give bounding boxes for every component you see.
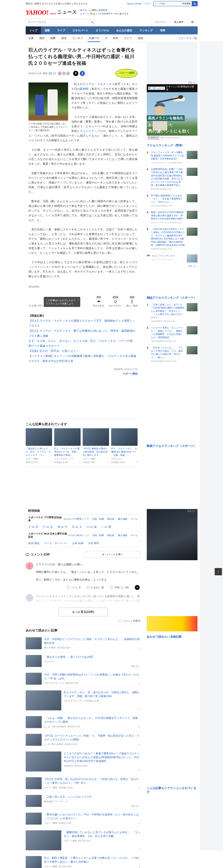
feed-item[interactable]: 「夏はダニが急増…」置くだけでほぼ0匹 ダニコロリ 広告 i × xyxy=(26,652,140,670)
related-article-link[interactable]: 【ハイライト動画】キャベッジの決勝犠飛で阪神に逆転勝ち …マルティネス史上最速２… xyxy=(29,353,137,364)
ranking-item[interactable]: 2 広陵野球部存続に影響？！SNSで告発された暴力事案で甲子園途中出場辞退の広陵… xyxy=(147,166,197,192)
game-link[interactable]: ソ vs. 西 xyxy=(101,525,111,529)
inline-link[interactable]: ライデル・マルティネス xyxy=(83,83,115,86)
ranking-item[interactable]: 4 阪神・近本光司が19日FA権取得 球団は最大限の誠意を示す 争奪戦なら5年2… xyxy=(147,209,197,226)
feed-title[interactable]: 「夏はダニが急増…」置くだけでほぼ0匹 xyxy=(44,655,140,659)
pr-item[interactable]: PR セゾンファンデックス セゾンファンデックス xyxy=(147,252,197,265)
inline-link[interactable]: 阪神戦 xyxy=(80,87,89,90)
close-icon[interactable]: × xyxy=(196,510,197,512)
sports-hochi-badge[interactable]: スポーツ報知 SPORTS HOCHI xyxy=(115,69,137,78)
game-link[interactable]: 神 vs. 中 xyxy=(58,525,68,529)
scoreboard-link[interactable]: 日程・結果 xyxy=(92,534,104,537)
ad-info-icon[interactable]: i xyxy=(135,804,138,808)
comment-reaction-button[interactable]: ☺なるほど36 xyxy=(86,585,104,590)
close-icon[interactable]: × xyxy=(138,866,140,868)
close-icon[interactable]: × xyxy=(138,682,140,685)
topics-list-link[interactable]: トピックス一覧 xyxy=(178,37,198,40)
feed-title[interactable]: 【中日】セーブシチュエーション失敗「０」 守護神・松山晋也が語った巨人・マルティ… xyxy=(44,734,140,741)
feed-item[interactable]: 「正直に言います」ニューモより上です。 株式会社ファーマフーズ 広告 i × xyxy=(26,792,140,810)
ranking-item[interactable]: 2 ドジャース発表に「大ニュースだ」「最高にクール」 極秘だった情報解禁「どれほ… xyxy=(147,324,197,344)
category-tab[interactable]: IT xyxy=(102,34,110,42)
category-tab[interactable]: 国際 xyxy=(47,34,59,42)
feed-item[interactable]: 中日・中田翔がビッグマウスだった理由「そうやって言わんと…」 高校時代の同僚が証… xyxy=(26,634,140,652)
player-link[interactable]: 鈴木 誠也 xyxy=(28,541,39,545)
close-icon[interactable]: × xyxy=(138,787,140,789)
search-icon[interactable] xyxy=(91,21,93,23)
feed-title[interactable]: 「うわぁ！綺麗」「誰か分からなかった」 TV出演の黒髪女子メダリスト、道着とのギ… xyxy=(44,716,140,724)
close-icon[interactable]: × xyxy=(136,461,137,464)
ranking-item[interactable]: 3 「付き合ってたんだ…」 フィギュア界の大物カップル、誕生日に届いた祝福の声「… xyxy=(147,344,197,364)
feed-item[interactable]: どこまでのぼりつめる？！最速で通算200セーブ達成のマルティネスに巨人がつぎ込ん… xyxy=(26,749,140,774)
close-icon[interactable]: × xyxy=(108,461,109,464)
also-read-card[interactable]: 【中日】柳裕也が国内ＦＡ権を取得「目の前の試合に集中します… スポーツ報知 8/… xyxy=(83,428,109,464)
game-link[interactable]: デ vs. 広 xyxy=(43,525,53,529)
close-icon[interactable]: × xyxy=(138,743,140,746)
close-icon[interactable]: × xyxy=(138,769,140,772)
reaction-button[interactable]: 42 新しい視点 xyxy=(127,296,137,307)
category-tab[interactable]: 科学 xyxy=(110,34,121,42)
category-tab[interactable]: ライフ xyxy=(121,34,135,42)
ad-info-icon[interactable]: i xyxy=(193,265,196,268)
feed-title[interactable]: 巨人マルティネス 涙、涙のお立ち台 10秒以上絶句し「感動しています」両親、妻の… xyxy=(64,690,140,698)
scoreboard-link[interactable]: 順位表 xyxy=(107,534,115,537)
feed-item[interactable]: 「うわぁ！綺麗」「誰か分からなかった」 TV出演の黒髪女子メダリスト、道着とのギ… xyxy=(26,713,140,731)
ranking-item[interactable]: 1 「日本に謝罪したい」女子バレー日韓戦“疑惑の勝利”に韓国国内から批判殺到！「… xyxy=(147,301,197,324)
source-link[interactable]: スポーツ報知 xyxy=(29,372,137,375)
hide-comments-toggle[interactable]: コメント非表示 xyxy=(26,619,140,623)
category-tab[interactable]: 地域 xyxy=(135,34,146,42)
related-article-link[interactable]: まず「６人前」さらに「足りない。もう４人前」巨人・マルティネス、パワーの源 両リ… xyxy=(29,338,137,348)
close-icon[interactable]: × xyxy=(138,822,140,825)
also-read-card[interactable]: 巨人・マルティネス、“大魔神”超え最速200セーブ「父親、母親、… 中日スポーツ… xyxy=(111,428,137,464)
category-tab[interactable]: スポーツ xyxy=(86,34,102,42)
article-photo[interactable]: ２３年の球宴で中日の桂川通訳（左）と肩を組んで写真を撮影したマルティネス（桂川通… xyxy=(29,83,68,132)
feed-item[interactable]: 【中日】セーブシチュエーション失敗「０」 守護神・松山晋也が語った巨人・マルティ… xyxy=(26,731,140,749)
scoreboard-link[interactable]: 日程・結果 xyxy=(92,518,104,521)
x-share-icon[interactable]: X xyxy=(135,585,140,590)
commenter-avatar[interactable]: ☺ xyxy=(26,562,33,570)
related-article-link[interactable]: 【写真】巨人の「投手会」が楽しそう！ xyxy=(29,348,137,353)
topbar-promo-link[interactable]: 夏休みに困窮する子どもたちを食などの面から支えませんか xyxy=(26,2,88,5)
feed-item[interactable]: 「優勝目指していかないと見ているお客さんにも失礼」…「サンモニ」落合博満氏、２位… xyxy=(26,828,140,853)
close-icon[interactable]: × xyxy=(196,81,197,84)
nav-tab[interactable]: ライブ xyxy=(54,26,69,34)
feed-title[interactable]: 中日・中田と同郷の張本勲氏ねぎらい「いつか指導者に」40歳まで見たかったから「“… xyxy=(44,673,140,680)
scoreboard-link[interactable]: 個人成績 xyxy=(118,534,127,537)
scoreboard-link[interactable]: MLBトップ xyxy=(77,534,89,537)
more-comments-button[interactable]: もっと見る(22件) xyxy=(59,608,107,616)
nav-tab[interactable]: エキスパート xyxy=(69,26,92,34)
player-link[interactable]: 山本 由伸 xyxy=(72,541,83,545)
feed-item[interactable]: 中日・中田と同郷の張本勲氏ねぎらい「いつか指導者に」40歳まで見たかったから「“… xyxy=(26,670,140,688)
ranking-item[interactable]: 1 スタンフォード大・佐々木麟太郎 新制度で今秋NPBドラフト指名解禁！日米争奪… xyxy=(147,149,197,166)
login-link[interactable]: ログイン xyxy=(80,12,90,15)
scoreboard-link[interactable]: 順位表 xyxy=(107,518,115,521)
feed-title[interactable]: 「正直に言います」ニューモより上です。 xyxy=(44,795,140,799)
search-button[interactable] xyxy=(192,1,197,6)
comment-bubble-icon[interactable] xyxy=(49,72,52,74)
close-icon[interactable]: × xyxy=(138,726,140,728)
nav-tab[interactable]: 速報 xyxy=(41,26,54,34)
close-icon[interactable]: × xyxy=(196,265,197,268)
feed-title[interactable]: 「野球を嫌いになりかけていた」中日・中田翔が引退表明「もう一度大好きになってユニ… xyxy=(44,813,140,820)
nav-tab[interactable]: トップ xyxy=(26,26,41,34)
feed-title[interactable]: 中日・中田翔がビッグマウスだった理由「そうやって言わんと…」 高校時代の同僚が証… xyxy=(44,637,140,645)
related-article-link[interactable]: 【巨人】ライデル・マルティネス「勝てば初勝利と頭にあった」同学年・森田駿哉のプロ… xyxy=(29,328,137,338)
also-read-card[interactable]: 巨人・マルティネスの通算200セーブを「恩師」森繁和氏が祝福… スポニチアネック… xyxy=(54,428,81,464)
category-tab[interactable]: 国内 xyxy=(37,34,47,42)
comment-count[interactable]: 22 xyxy=(53,72,56,75)
nav-tab[interactable]: ランキング xyxy=(136,26,157,34)
write-comment-button[interactable]: コメントを書く xyxy=(85,551,140,558)
sidebar-ad[interactable]: 広告i× 第一三共ヘルスケアロキソニンSの製薬会社が開発 黒色メラニンを無色化 … xyxy=(147,81,197,140)
commenter-avatar[interactable]: ☺ xyxy=(26,594,33,602)
checkbox-icon[interactable] xyxy=(119,620,122,622)
feed-title[interactable]: 【中日】中田翔 思い出は中日でのお立ち台「一生残り続ける」長男は「次はサッカー選… xyxy=(44,777,140,785)
sidebar-square-ad[interactable]: 広告i× xyxy=(147,509,197,560)
comment-reaction-button[interactable]: ☺共感した230 xyxy=(110,585,129,590)
x-share-icon[interactable]: X xyxy=(73,71,78,76)
close-icon[interactable]: × xyxy=(79,461,81,464)
ad-info-icon[interactable]: i xyxy=(192,509,195,513)
close-icon[interactable]: × xyxy=(51,461,52,464)
feed-item[interactable]: 【中日】中田翔 思い出は中日でのお立ち台「一生残り続ける」長男は「次はサッカー選… xyxy=(26,774,140,792)
feed-item[interactable]: 巨人・駒田３軍監督「３番のユニホームを着て先陣を切っていったのに、この内容で大変… xyxy=(26,853,140,868)
sidebar-banner-ad[interactable] xyxy=(147,616,197,631)
reaction-button[interactable]: 107 わかりやすい xyxy=(109,296,122,307)
